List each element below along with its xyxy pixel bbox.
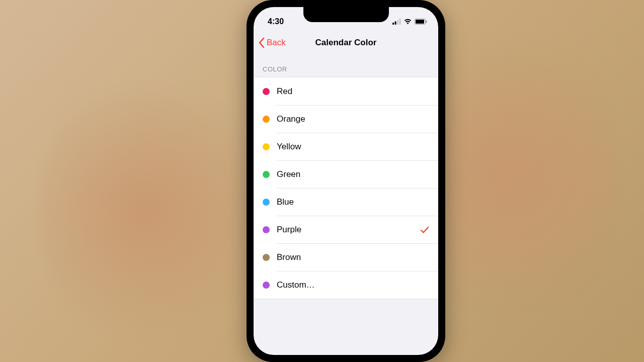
color-row-label: Blue xyxy=(277,197,429,207)
color-swatch-icon xyxy=(263,226,270,233)
battery-icon xyxy=(415,19,427,25)
color-row-label: Brown xyxy=(277,252,429,262)
color-row-custom[interactable]: Custom… xyxy=(254,271,438,299)
color-row-yellow[interactable]: Yellow xyxy=(254,133,438,160)
color-row-red[interactable]: Red xyxy=(254,77,438,105)
color-swatch-icon xyxy=(263,88,270,95)
status-time: 4:30 xyxy=(268,17,284,26)
phone-frame: 4:30 Back Calendar Color COLOR RedOrange… xyxy=(247,0,445,362)
color-row-label: Yellow xyxy=(277,142,429,152)
color-swatch-icon xyxy=(263,116,270,123)
color-row-orange[interactable]: Orange xyxy=(254,105,438,133)
back-label: Back xyxy=(267,38,286,48)
back-button[interactable]: Back xyxy=(259,38,286,48)
color-swatch-icon xyxy=(263,171,270,178)
color-row-green[interactable]: Green xyxy=(254,160,438,188)
wifi-icon xyxy=(404,19,412,25)
svg-rect-0 xyxy=(392,23,394,25)
color-swatch-icon xyxy=(263,254,270,261)
page-title: Calendar Color xyxy=(315,38,377,48)
hand-occlusion-left xyxy=(40,60,252,362)
display-notch xyxy=(303,7,389,22)
content-area: COLOR RedOrangeYellowGreenBluePurpleBrow… xyxy=(254,54,438,299)
chevron-left-icon xyxy=(259,38,265,48)
color-row-label: Red xyxy=(277,86,429,97)
color-row-brown[interactable]: Brown xyxy=(254,243,438,271)
checkmark-icon xyxy=(420,225,429,234)
color-row-label: Green xyxy=(277,169,429,179)
color-row-label: Purple xyxy=(277,225,420,235)
svg-rect-3 xyxy=(399,19,401,25)
color-list: RedOrangeYellowGreenBluePurpleBrownCusto… xyxy=(254,77,438,299)
color-row-label: Orange xyxy=(277,114,429,124)
status-indicators xyxy=(392,19,427,25)
color-swatch-icon xyxy=(263,143,270,150)
phone-screen: 4:30 Back Calendar Color COLOR RedOrange… xyxy=(254,7,438,355)
color-row-purple[interactable]: Purple xyxy=(254,216,438,243)
color-swatch-icon xyxy=(263,282,270,289)
cellular-signal-icon xyxy=(392,19,401,25)
navigation-bar: Back Calendar Color xyxy=(254,31,438,54)
section-header-color: COLOR xyxy=(254,65,438,77)
svg-rect-6 xyxy=(426,21,427,23)
svg-rect-2 xyxy=(397,20,398,25)
color-swatch-icon xyxy=(263,199,270,206)
svg-rect-5 xyxy=(416,20,424,24)
color-row-blue[interactable]: Blue xyxy=(254,188,438,216)
color-row-label: Custom… xyxy=(277,280,429,290)
svg-rect-1 xyxy=(395,22,396,25)
